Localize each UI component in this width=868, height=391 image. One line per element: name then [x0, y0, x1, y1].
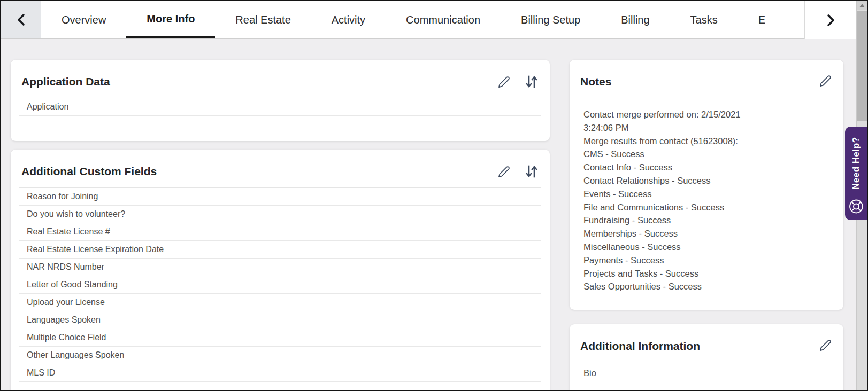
list-item[interactable]: Other Languages Spoken	[19, 347, 541, 364]
list-item[interactable]: Bio	[570, 354, 843, 378]
note-line: Fundraising - Success	[583, 214, 829, 227]
note-line: Contact Relationships - Success	[583, 174, 829, 187]
tab-activity[interactable]: Activity	[311, 1, 386, 38]
triangle-up-icon	[859, 4, 865, 7]
list-item[interactable]: Upload your License	[19, 294, 541, 311]
edit-button[interactable]	[819, 339, 832, 351]
tab-tasks[interactable]: Tasks	[670, 1, 738, 38]
scrollbar-up-button[interactable]	[857, 1, 867, 10]
note-line: 3:24:06 PM	[583, 121, 829, 135]
notes-card: Notes Contact merge performed on: 2/15/2…	[570, 60, 843, 310]
note-line: Contact merge performed on: 2/15/2021	[583, 108, 829, 121]
edit-button[interactable]	[498, 166, 510, 178]
card-title: Application Data	[21, 74, 498, 90]
tabs-scroll-left-button[interactable]	[1, 1, 41, 38]
card-title: Additional Information	[580, 338, 819, 354]
need-help-tab[interactable]: Need Help?	[845, 127, 867, 220]
note-line: File and Communications - Success	[583, 201, 829, 214]
chevron-right-icon	[825, 13, 836, 27]
note-line: CMS - Success	[583, 147, 829, 161]
additional-custom-fields-card: Additional Custom Fields	[11, 150, 550, 391]
reorder-button[interactable]	[525, 75, 538, 89]
card-title: Additional Custom Fields	[21, 163, 498, 179]
tab-billing[interactable]: Billing	[601, 1, 670, 38]
chevron-left-icon	[16, 13, 27, 27]
list-item[interactable]: Multiple Choice Field	[19, 329, 541, 347]
tab-bar: Overview More Info Real Estate Activity …	[1, 1, 856, 39]
edit-button[interactable]	[819, 75, 832, 87]
tab-overview[interactable]: Overview	[41, 1, 126, 38]
list-item[interactable]: Application	[19, 98, 541, 116]
list-item[interactable]: Letter of Good Standing	[19, 276, 541, 294]
tab-partial[interactable]: E	[738, 1, 786, 38]
list-item[interactable]: Real Estate License Expiration Date	[19, 241, 541, 259]
contact-detail-screen: Overview More Info Real Estate Activity …	[0, 0, 868, 391]
list-item[interactable]: Do you wish to volunteer?	[19, 206, 541, 223]
tab-more-info[interactable]: More Info	[126, 1, 215, 38]
tab-real-estate[interactable]: Real Estate	[215, 1, 311, 38]
card-header: Additional Information	[570, 324, 843, 354]
card-actions	[819, 75, 832, 87]
card-title: Notes	[580, 74, 819, 90]
list-item[interactable]: Reason for Joining	[19, 188, 541, 206]
note-line: Sales Opportunities - Success	[583, 280, 829, 293]
tab-billing-setup[interactable]: Billing Setup	[501, 1, 601, 38]
list-item[interactable]: MLS ID	[19, 364, 541, 382]
note-line: Events - Success	[583, 187, 829, 201]
edit-button[interactable]	[498, 76, 510, 88]
additional-information-card: Additional Information Bio	[570, 324, 843, 391]
note-line: Payments - Success	[583, 254, 829, 267]
notes-text: Contact merge performed on: 2/15/2021 3:…	[570, 90, 843, 293]
reorder-button[interactable]	[525, 165, 538, 178]
sort-up-down-icon	[525, 172, 538, 180]
pencil-icon	[498, 82, 510, 90]
need-help-label: Need Help?	[845, 134, 867, 193]
application-data-card: Application Data	[11, 60, 550, 141]
list-item[interactable]: NAR NRDS Number	[19, 259, 541, 276]
card-header: Notes	[570, 60, 843, 90]
list-item[interactable]: Real Estate License #	[19, 223, 541, 241]
tab-communication[interactable]: Communication	[386, 1, 501, 38]
note-line: Merge results from contact (51623008):	[583, 135, 829, 148]
card-header: Application Data	[11, 60, 550, 90]
card-actions	[819, 339, 832, 351]
note-line: Miscellaneous - Success	[583, 240, 829, 254]
card-actions	[498, 75, 538, 89]
card-actions	[498, 165, 538, 178]
lifebuoy-icon	[848, 198, 864, 215]
note-line: Memberships - Success	[583, 227, 829, 240]
tabs-scroll-right-button[interactable]	[804, 1, 856, 39]
note-line: Contact Info - Success	[583, 161, 829, 174]
list-item[interactable]: Languages Spoken	[19, 311, 541, 329]
tab-strip: Overview More Info Real Estate Activity …	[41, 1, 856, 38]
scrollbar-thumb[interactable]	[857, 11, 867, 121]
pencil-icon	[819, 81, 832, 89]
card-header: Additional Custom Fields	[11, 150, 550, 179]
pencil-icon	[498, 171, 510, 179]
pencil-icon	[819, 345, 832, 353]
note-line: Projects and Tasks - Success	[583, 267, 829, 280]
sort-up-down-icon	[525, 82, 538, 90]
